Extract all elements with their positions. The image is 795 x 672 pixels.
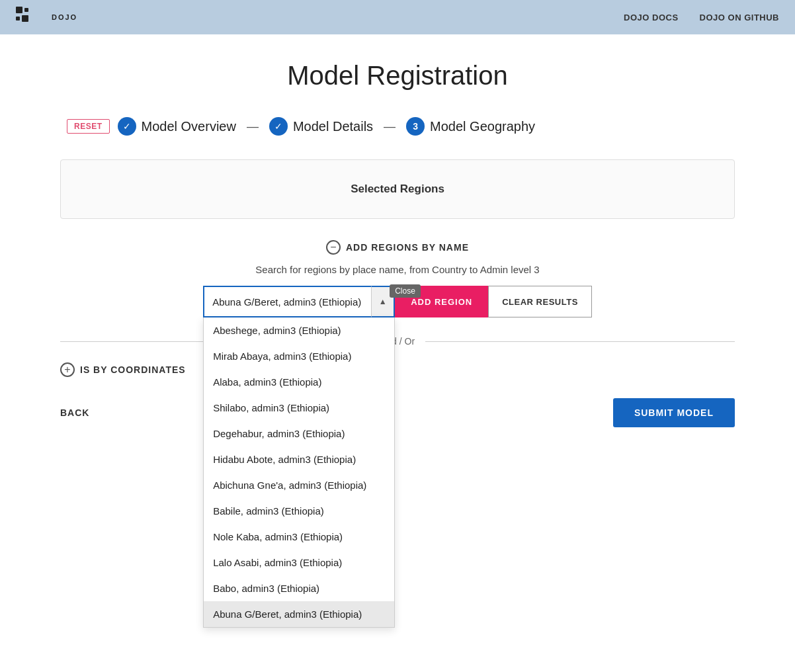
coordinates-collapse-icon[interactable]: + (60, 362, 75, 377)
search-input-wrapper: ▲ Close Abeshege, admin3 (Ethiopia)Mirab… (203, 286, 395, 317)
step-2-check: ✓ (269, 117, 288, 136)
main-content: Model Registration RESET ✓ Model Overvie… (47, 34, 748, 454)
nav-docs[interactable]: DOJO DOCS (624, 13, 679, 22)
header-nav: DOJO DOCS DOJO ON GITHUB (624, 13, 779, 22)
dropdown-item[interactable]: Hidabu Abote, admin3 (Ethiopia) (204, 446, 394, 472)
add-region-button[interactable]: ADD REGION (395, 286, 488, 317)
logo-block-2 (24, 8, 28, 12)
dropdown-item[interactable]: Abichuna Gne'a, admin3 (Ethiopia) (204, 472, 394, 498)
add-regions-label: ADD REGIONS BY NAME (346, 242, 469, 253)
step-1-label: Model Overview (142, 119, 236, 134)
dropdown-item[interactable]: Babile, admin3 (Ethiopia) (204, 498, 394, 524)
step-3-number: 3 (406, 117, 425, 136)
divider-line-right (425, 341, 735, 342)
dropdown-item[interactable]: Abeshege, admin3 (Ethiopia) (204, 317, 394, 343)
back-button[interactable]: BACK (60, 407, 89, 418)
dropdown-item[interactable]: Alaba, admin3 (Ethiopia) (204, 369, 394, 395)
nav-github[interactable]: DOJO ON GITHUB (700, 13, 779, 22)
dropdown-item[interactable]: Babo, admin3 (Ethiopia) (204, 575, 394, 601)
coordinates-section: + IS BY COORDINATES (60, 362, 735, 377)
coordinates-label: IS BY COORDINATES (80, 364, 186, 375)
selected-regions-title: Selected Regions (351, 183, 444, 196)
logo: DOJO (16, 7, 77, 28)
reset-button[interactable]: RESET (67, 119, 110, 134)
region-search-input[interactable] (203, 286, 395, 317)
logo-block-1 (16, 7, 22, 13)
collapse-icon[interactable]: − (326, 240, 341, 255)
step-3: 3 Model Geography (406, 117, 535, 136)
steps-bar: RESET ✓ Model Overview — ✓ Model Details… (60, 117, 735, 136)
dropdown-list: Abeshege, admin3 (Ethiopia)Mirab Abaya, … (203, 317, 395, 628)
page-title: Model Registration (60, 61, 735, 91)
divider-1: — (247, 120, 259, 134)
step-1: ✓ Model Overview (118, 117, 236, 136)
search-area: ▲ Close Abeshege, admin3 (Ethiopia)Mirab… (60, 286, 735, 317)
search-description: Search for regions by place name, from C… (60, 264, 735, 275)
step-1-check: ✓ (118, 117, 136, 136)
step-3-label: Model Geography (430, 119, 535, 134)
and-or-divider: And / Or (60, 336, 735, 347)
search-row: ▲ Close Abeshege, admin3 (Ethiopia)Mirab… (203, 286, 592, 317)
dropdown-arrow[interactable]: ▲ (371, 286, 395, 317)
logo-block-4 (22, 15, 28, 22)
divider-2: — (384, 120, 396, 134)
bottom-row: BACK SUBMIT MODEL (60, 398, 735, 427)
step-2: ✓ Model Details (269, 117, 373, 136)
logo-icon (16, 7, 48, 28)
add-regions-header: − ADD REGIONS BY NAME (60, 240, 735, 255)
header: DOJO DOJO DOCS DOJO ON GITHUB (0, 0, 795, 34)
logo-block-3 (16, 17, 20, 21)
dropdown-item[interactable]: Mirab Abaya, admin3 (Ethiopia) (204, 343, 394, 369)
clear-results-button[interactable]: CLEAR RESULTS (488, 286, 592, 317)
dropdown-item[interactable]: Lalo Asabi, admin3 (Ethiopia) (204, 550, 394, 575)
dropdown-item[interactable]: Degehabur, admin3 (Ethiopia) (204, 421, 394, 446)
submit-model-button[interactable]: SUBMIT MODEL (613, 398, 735, 427)
step-2-label: Model Details (293, 119, 373, 134)
dropdown-item[interactable]: Abuna G/Beret, admin3 (Ethiopia) (204, 601, 394, 627)
logo-text: DOJO (52, 13, 77, 21)
dropdown-item[interactable]: Shilabo, admin3 (Ethiopia) (204, 395, 394, 421)
dropdown-item[interactable]: Nole Kaba, admin3 (Ethiopia) (204, 524, 394, 550)
selected-regions-box: Selected Regions (60, 159, 735, 219)
